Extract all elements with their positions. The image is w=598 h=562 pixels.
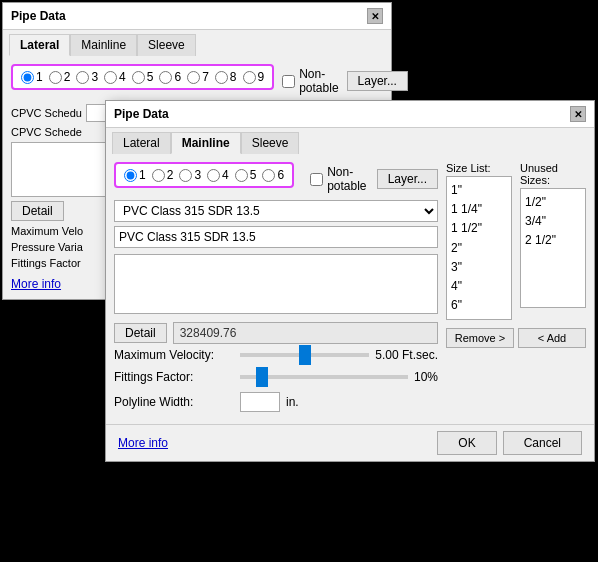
fg-layer-button[interactable]: Layer...	[377, 169, 438, 189]
fg-radio-4[interactable]: 4	[207, 168, 229, 182]
size-item-3[interactable]: 1 1/2"	[451, 219, 507, 238]
fg-polyline-unit: in.	[286, 395, 299, 409]
fg-fittings-slider[interactable]	[240, 375, 408, 379]
fg-close-button[interactable]: ✕	[570, 106, 586, 122]
fg-fittings-label: Fittings Factor:	[114, 370, 234, 384]
fg-velocity-value: 5.00 Ft.sec.	[375, 348, 438, 362]
bg-radio-6[interactable]: 6	[159, 70, 181, 84]
bg-radio-8[interactable]: 8	[215, 70, 237, 84]
fg-size-buttons: Remove > < Add	[446, 328, 586, 348]
fg-tab-sleeve[interactable]: Sleeve	[241, 132, 300, 154]
fg-radio-2[interactable]: 2	[152, 168, 174, 182]
fg-unused-size-box[interactable]: 1/2" 3/4" 2 1/2"	[520, 188, 586, 308]
fg-right-panel: Size List: 1" 1 1/4" 1 1/2" 2" 3" 4" 6" …	[446, 162, 586, 416]
fg-detail-value: 328409.76	[173, 322, 438, 344]
bg-layer-button[interactable]: Layer...	[347, 71, 408, 91]
fg-radio-3[interactable]: 3	[179, 168, 201, 182]
bg-close-button[interactable]: ✕	[367, 8, 383, 24]
size-item-7[interactable]: 6"	[451, 296, 507, 315]
bg-radio-2[interactable]: 2	[49, 70, 71, 84]
fg-non-potable-checkbox[interactable]	[310, 173, 323, 186]
bg-cpvc-label1: CPVC Schedu	[11, 107, 82, 119]
bg-non-potable-label: Non-potable	[299, 67, 338, 95]
size-item-1[interactable]: 1"	[451, 181, 507, 200]
fg-dialog-title: Pipe Data	[114, 107, 169, 121]
size-item-4[interactable]: 2"	[451, 239, 507, 258]
bg-tabs: Lateral Mainline Sleeve	[3, 30, 391, 56]
bg-cpvc-label2: CPVC Schede	[11, 126, 82, 138]
bg-titlebar: Pipe Data ✕	[3, 3, 391, 30]
fg-size-list-box[interactable]: 1" 1 1/4" 1 1/2" 2" 3" 4" 6"	[446, 176, 512, 320]
fg-remove-button[interactable]: Remove >	[446, 328, 514, 348]
fg-radio-6[interactable]: 6	[262, 168, 284, 182]
size-item-6[interactable]: 4"	[451, 277, 507, 296]
bg-tab-mainline[interactable]: Mainline	[70, 34, 137, 56]
unused-size-item-2[interactable]: 3/4"	[525, 212, 581, 231]
fg-fittings-row: Fittings Factor: 10%	[114, 370, 438, 384]
bg-radio-4[interactable]: 4	[104, 70, 126, 84]
fg-tabs: Lateral Mainline Sleeve	[106, 128, 594, 154]
bg-dialog-title: Pipe Data	[11, 9, 66, 23]
bg-tab-lateral[interactable]: Lateral	[9, 34, 70, 56]
fg-size-list-header: Size List:	[446, 162, 512, 174]
fg-radio-5[interactable]: 5	[235, 168, 257, 182]
fg-polyline-input[interactable]	[240, 392, 280, 412]
size-item-5[interactable]: 3"	[451, 258, 507, 277]
fg-titlebar: Pipe Data ✕	[106, 101, 594, 128]
fg-pipe-dropdown[interactable]: PVC Class 315 SDR 13.5	[114, 200, 438, 222]
fg-radio-group: 1 2 3 4 5 6	[114, 162, 294, 188]
fg-more-info-link[interactable]: More info	[118, 436, 168, 450]
fg-polyline-row: Polyline Width: in.	[114, 392, 438, 412]
fg-cancel-button[interactable]: Cancel	[503, 431, 582, 455]
fg-detail-button[interactable]: Detail	[114, 323, 167, 343]
fg-polyline-label: Polyline Width:	[114, 395, 234, 409]
fg-pipe-text-field[interactable]	[114, 226, 438, 248]
bg-non-potable[interactable]: Non-potable	[282, 67, 338, 95]
bg-non-potable-checkbox[interactable]	[282, 75, 295, 88]
bg-radio-9[interactable]: 9	[243, 70, 265, 84]
fg-tab-lateral[interactable]: Lateral	[112, 132, 171, 154]
bg-tab-sleeve[interactable]: Sleeve	[137, 34, 196, 56]
fg-tab-mainline[interactable]: Mainline	[171, 132, 241, 154]
fg-footer: More info OK Cancel	[106, 424, 594, 461]
unused-size-item-3[interactable]: 2 1/2"	[525, 231, 581, 250]
fg-unused-size-container: Unused Sizes: 1/2" 3/4" 2 1/2"	[520, 162, 586, 320]
fg-pipe-textarea[interactable]	[114, 254, 438, 314]
fg-unused-size-header: Unused Sizes:	[520, 162, 586, 186]
bg-radio-1[interactable]: 1	[21, 70, 43, 84]
fg-left-panel: 1 2 3 4 5 6 Non-potable Layer... PVC Cla…	[114, 162, 438, 416]
fg-add-button[interactable]: < Add	[518, 328, 586, 348]
foreground-dialog: Pipe Data ✕ Lateral Mainline Sleeve 1 2 …	[105, 100, 595, 462]
fg-fittings-value: 10%	[414, 370, 438, 384]
fg-velocity-row: Maximum Velocity: 5.00 Ft.sec.	[114, 348, 438, 362]
bg-more-info-link[interactable]: More info	[11, 277, 61, 291]
fg-radio-1[interactable]: 1	[124, 168, 146, 182]
fg-size-list-container: Size List: 1" 1 1/4" 1 1/2" 2" 3" 4" 6"	[446, 162, 512, 320]
fg-ok-button[interactable]: OK	[437, 431, 496, 455]
bg-radio-3[interactable]: 3	[76, 70, 98, 84]
unused-size-item-1[interactable]: 1/2"	[525, 193, 581, 212]
fg-non-potable-label: Non-potable	[327, 165, 369, 193]
fg-main-content: 1 2 3 4 5 6 Non-potable Layer... PVC Cla…	[106, 154, 594, 424]
bg-radio-7[interactable]: 7	[187, 70, 209, 84]
fg-velocity-slider[interactable]	[240, 353, 369, 357]
fg-non-potable[interactable]: Non-potable	[310, 165, 369, 193]
bg-detail-button[interactable]: Detail	[11, 201, 64, 221]
bg-radio-group: 1 2 3 4 5 6 7 8 9	[11, 64, 274, 90]
size-item-2[interactable]: 1 1/4"	[451, 200, 507, 219]
bg-radio-5[interactable]: 5	[132, 70, 154, 84]
fg-velocity-label: Maximum Velocity:	[114, 348, 234, 362]
